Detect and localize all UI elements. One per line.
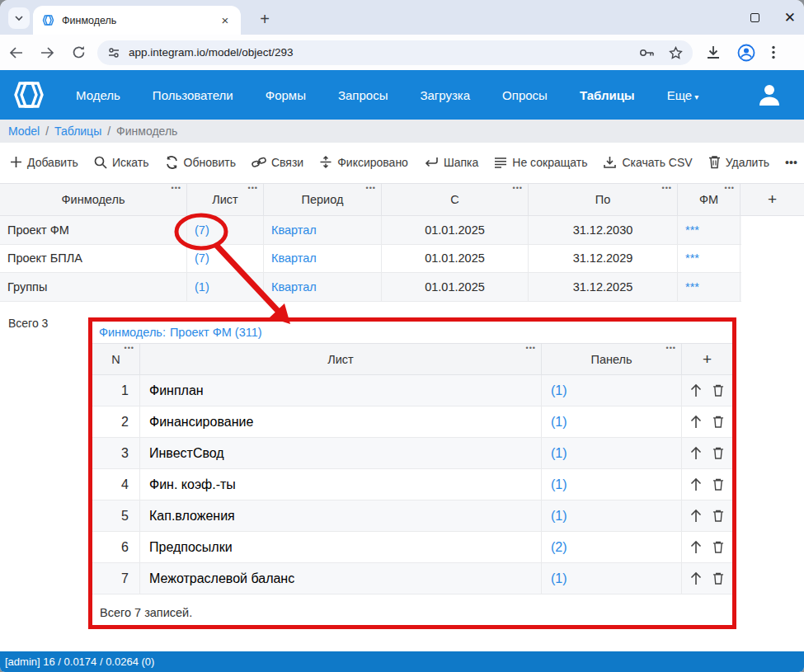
add-column-button[interactable]: + bbox=[741, 184, 804, 215]
column-header-sheet[interactable]: Лист••• bbox=[187, 184, 264, 215]
column-header-sheet[interactable]: Лист••• bbox=[140, 344, 542, 374]
move-up-icon[interactable] bbox=[690, 415, 702, 429]
breadcrumb-model-link[interactable]: Model bbox=[8, 125, 40, 138]
fixed-rows-button[interactable]: Фиксировано bbox=[319, 155, 408, 169]
detail-title-link[interactable]: Проект ФМ (311) bbox=[170, 326, 262, 339]
address-bar[interactable]: app.integram.io/model/object/293 bbox=[97, 40, 693, 65]
column-menu-icon[interactable]: ••• bbox=[125, 344, 134, 352]
detail-row[interactable]: 2 Финансирование (1) bbox=[92, 406, 732, 438]
fm-link[interactable]: *** bbox=[685, 280, 699, 294]
period-link[interactable]: Квартал bbox=[271, 251, 317, 265]
nav-item-more[interactable]: Еще▾ bbox=[667, 88, 699, 102]
forward-button[interactable] bbox=[31, 46, 63, 59]
sheet-count-link[interactable]: (1) bbox=[195, 280, 209, 294]
no-truncate-button[interactable]: Не сокращать bbox=[494, 156, 587, 169]
tab-search-button[interactable] bbox=[8, 7, 30, 29]
column-header-finmodel[interactable]: Финмодель••• bbox=[0, 184, 187, 215]
delete-button[interactable]: Удалить bbox=[708, 155, 769, 169]
move-up-icon[interactable] bbox=[690, 540, 702, 554]
nav-item-forms[interactable]: Формы bbox=[266, 88, 306, 102]
window-maximize-button[interactable] bbox=[750, 13, 759, 22]
move-up-icon[interactable] bbox=[690, 509, 702, 523]
breadcrumb-tables-link[interactable]: Таблицы bbox=[54, 125, 101, 138]
column-menu-icon[interactable]: ••• bbox=[513, 184, 523, 192]
back-button[interactable] bbox=[0, 46, 31, 59]
column-menu-icon[interactable]: ••• bbox=[366, 184, 376, 192]
nav-item-upload[interactable]: Загрузка bbox=[420, 88, 470, 102]
add-button[interactable]: Добавить bbox=[10, 156, 78, 169]
detail-row[interactable]: 6 Предпосылки (2) bbox=[92, 532, 732, 563]
delete-row-icon[interactable] bbox=[712, 509, 724, 523]
browser-tab[interactable]: Финмодель × bbox=[33, 6, 241, 35]
more-actions-button[interactable]: ••• bbox=[785, 156, 797, 169]
column-menu-icon[interactable]: ••• bbox=[725, 184, 735, 192]
column-header-from[interactable]: С••• bbox=[382, 184, 529, 215]
sheet-count-link[interactable]: (7) bbox=[195, 223, 209, 237]
move-up-icon[interactable] bbox=[690, 571, 702, 585]
downloads-icon[interactable] bbox=[706, 45, 721, 59]
column-menu-icon[interactable]: ••• bbox=[662, 184, 672, 192]
column-menu-icon[interactable]: ••• bbox=[526, 344, 536, 352]
sheet-count-link[interactable]: (7) bbox=[195, 251, 209, 265]
reload-button[interactable] bbox=[63, 45, 94, 59]
nav-item-queries[interactable]: Запросы bbox=[338, 88, 388, 102]
move-up-icon[interactable] bbox=[690, 477, 702, 491]
column-header-to[interactable]: По••• bbox=[529, 184, 678, 215]
download-csv-button[interactable]: Скачать CSV bbox=[603, 156, 692, 169]
delete-row-icon[interactable] bbox=[712, 415, 724, 429]
table-row[interactable]: Группы (1) Квартал 01.01.2025 31.12.2025… bbox=[0, 273, 741, 302]
nav-item-tables[interactable]: Таблицы bbox=[580, 88, 635, 102]
column-header-period[interactable]: Период••• bbox=[264, 184, 382, 215]
column-menu-icon[interactable]: ••• bbox=[666, 344, 676, 352]
nav-item-model[interactable]: Модель bbox=[76, 88, 120, 102]
panel-count-link[interactable]: (1) bbox=[551, 446, 567, 461]
panel-count-link[interactable]: (1) bbox=[551, 571, 567, 586]
period-link[interactable]: Квартал bbox=[271, 223, 317, 237]
move-up-icon[interactable] bbox=[690, 383, 702, 397]
search-button[interactable]: Искать bbox=[94, 156, 149, 169]
move-up-icon[interactable] bbox=[690, 446, 702, 460]
panel-count-link[interactable]: (1) bbox=[551, 509, 567, 524]
header-button[interactable]: Шапка bbox=[424, 156, 478, 169]
delete-row-icon[interactable] bbox=[712, 477, 724, 491]
site-settings-icon[interactable] bbox=[107, 47, 120, 59]
url-text[interactable]: app.integram.io/model/object/293 bbox=[129, 46, 639, 59]
column-header-n[interactable]: N••• bbox=[92, 344, 140, 374]
delete-row-icon[interactable] bbox=[712, 446, 724, 460]
column-menu-icon[interactable]: ••• bbox=[172, 184, 181, 192]
delete-row-icon[interactable] bbox=[712, 383, 724, 397]
panel-count-link[interactable]: (1) bbox=[551, 383, 567, 398]
panel-count-link[interactable]: (1) bbox=[551, 477, 567, 492]
browser-menu-icon[interactable] bbox=[772, 45, 775, 59]
user-avatar-icon[interactable] bbox=[756, 82, 783, 107]
detail-row[interactable]: 4 Фин. коэф.-ты (1) bbox=[92, 469, 732, 500]
column-header-panel[interactable]: Панель••• bbox=[542, 344, 682, 374]
panel-count-link[interactable]: (1) bbox=[551, 415, 567, 430]
nav-item-surveys[interactable]: Опросы bbox=[502, 88, 548, 102]
bookmark-star-icon[interactable] bbox=[669, 46, 683, 59]
fm-link[interactable]: *** bbox=[685, 251, 699, 265]
delete-row-icon[interactable] bbox=[712, 571, 724, 585]
password-key-icon[interactable] bbox=[639, 47, 656, 59]
add-row-button[interactable]: + bbox=[682, 344, 732, 374]
relations-button[interactable]: Связи bbox=[252, 156, 303, 169]
profile-icon[interactable] bbox=[737, 44, 755, 62]
tab-close-icon[interactable]: × bbox=[218, 13, 233, 28]
new-tab-button[interactable]: + bbox=[254, 8, 275, 30]
period-link[interactable]: Квартал bbox=[271, 280, 317, 294]
detail-row[interactable]: 3 ИнвестСвод (1) bbox=[92, 438, 732, 469]
refresh-button[interactable]: Обновить bbox=[165, 156, 236, 169]
table-row[interactable]: Проект БПЛА (7) Квартал 01.01.2025 31.12… bbox=[0, 245, 741, 274]
detail-row[interactable]: 5 Кап.вложения (1) bbox=[92, 500, 732, 532]
detail-row[interactable]: 1 Финплан (1) bbox=[92, 375, 732, 406]
fm-link[interactable]: *** bbox=[685, 223, 699, 237]
nav-item-users[interactable]: Пользователи bbox=[153, 88, 233, 102]
integram-logo-icon[interactable] bbox=[10, 81, 48, 109]
table-row[interactable]: Проект ФМ (7) Квартал 01.01.2025 31.12.2… bbox=[0, 216, 741, 245]
delete-row-icon[interactable] bbox=[712, 540, 724, 554]
panel-count-link[interactable]: (2) bbox=[551, 540, 567, 555]
window-close-button[interactable]: ✕ bbox=[784, 11, 796, 25]
detail-row[interactable]: 7 Межотраслевой баланс (1) bbox=[92, 563, 732, 594]
column-header-fm[interactable]: ФМ••• bbox=[678, 184, 741, 215]
column-menu-icon[interactable]: ••• bbox=[248, 184, 258, 192]
